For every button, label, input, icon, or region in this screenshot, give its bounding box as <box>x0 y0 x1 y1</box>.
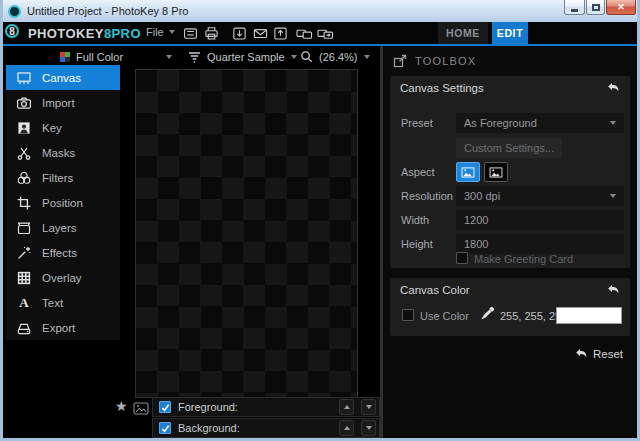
toolbox-title: TOOLBOX <box>415 55 476 67</box>
sidebar-item-canvas[interactable]: Canvas <box>6 65 120 90</box>
section-reset-icon[interactable] <box>606 82 620 94</box>
thumbnail-image-icon[interactable] <box>133 402 149 415</box>
app-icon <box>8 5 21 18</box>
sidebar-item-effects[interactable]: Effects <box>6 240 120 265</box>
zoom-dropdown[interactable]: (26.4%) <box>295 48 375 65</box>
wand-icon <box>6 245 42 261</box>
sample-quality-icon <box>188 51 201 63</box>
greeting-card-label: Make Greeting Card <box>474 253 573 265</box>
height-input[interactable] <box>464 238 616 250</box>
background-move-up-button[interactable] <box>339 420 354 436</box>
foreground-layer-row[interactable]: Foreground: <box>152 397 380 417</box>
sidebar-item-key[interactable]: Key <box>6 115 120 140</box>
use-color-checkbox[interactable] <box>402 309 414 321</box>
window-title: Untitled Project - PhotoKey 8 Pro <box>27 5 188 17</box>
camera-icon <box>6 95 42 111</box>
favorite-star-icon[interactable]: ★ <box>115 399 128 413</box>
logo-icon: 8 <box>5 24 19 38</box>
sidebar-item-layers[interactable]: Layers <box>6 215 120 240</box>
save-icon[interactable] <box>182 25 198 41</box>
reset-button[interactable]: Reset <box>574 348 623 360</box>
section-reset-icon[interactable] <box>606 284 620 296</box>
close-button[interactable]: ✕ <box>606 0 636 15</box>
full-color-icon <box>60 52 70 62</box>
sidebar-item-text[interactable]: A Text <box>6 290 120 315</box>
resolution-label: Resolution <box>401 190 453 202</box>
preset-dropdown[interactable]: As Foreground <box>456 113 624 133</box>
width-field-wrap <box>456 210 624 230</box>
use-color-label: Use Color <box>420 310 469 322</box>
maximize-button[interactable] <box>586 0 605 15</box>
tab-home[interactable]: HOME <box>438 22 488 44</box>
aspect-portrait-button[interactable] <box>456 162 480 182</box>
layers-icon <box>6 220 42 236</box>
sidebar-item-masks[interactable]: Masks <box>6 140 120 165</box>
scissors-icon <box>6 145 42 161</box>
popout-icon[interactable] <box>393 54 407 68</box>
chevron-down-icon <box>166 55 172 59</box>
app-window: Untitled Project - PhotoKey 8 Pro ✕ 8 PH… <box>0 0 640 441</box>
grid-icon <box>6 270 42 286</box>
canvas-icon <box>6 70 42 86</box>
section-title: Canvas Settings <box>400 82 484 94</box>
sample-mode-dropdown[interactable]: Quarter Sample <box>183 48 293 65</box>
chevron-down-icon <box>364 55 370 59</box>
chevron-down-icon <box>610 194 616 198</box>
magnifier-icon <box>300 50 313 63</box>
sidebar-item-import[interactable]: Import <box>6 90 120 115</box>
height-label: Height <box>401 238 433 250</box>
foreground-checkbox[interactable] <box>159 401 171 413</box>
foreground-move-down-button[interactable] <box>361 399 376 415</box>
background-checkbox[interactable] <box>159 422 171 434</box>
chevron-down-icon <box>610 121 616 125</box>
venn-icon <box>6 170 42 186</box>
crop-icon <box>6 195 42 211</box>
download-icon[interactable] <box>231 25 247 41</box>
section-title: Canvas Color <box>400 284 470 296</box>
aspect-landscape-button[interactable] <box>484 162 508 182</box>
tab-edit[interactable]: EDIT <box>492 22 528 44</box>
sidebar-item-position[interactable]: Position <box>6 190 120 215</box>
height-field-wrap <box>456 234 624 254</box>
sidebar-item-filters[interactable]: Filters <box>6 165 120 190</box>
width-label: Width <box>401 214 429 226</box>
aspect-label: Aspect <box>401 166 435 178</box>
greeting-card-checkbox[interactable] <box>456 252 468 264</box>
content-area: Full Color Quarter Sample (26.4%) <box>3 46 637 438</box>
monitor-send-icon[interactable] <box>316 25 334 41</box>
sidebar-item-overlay[interactable]: Overlay <box>6 265 120 290</box>
title-bar[interactable]: Untitled Project - PhotoKey 8 Pro ✕ <box>0 0 640 22</box>
file-menu[interactable]: File <box>146 26 175 38</box>
tool-sidebar: Canvas Import Key <box>6 65 120 340</box>
canvas-workspace[interactable] <box>135 69 358 398</box>
upload-icon[interactable] <box>272 25 288 41</box>
color-swatch[interactable] <box>556 307 622 324</box>
portrait-icon <box>6 120 42 136</box>
print-icon[interactable] <box>203 25 219 41</box>
custom-settings-button[interactable]: Custom Settings... <box>456 138 562 158</box>
dual-monitor-icon[interactable] <box>295 25 313 41</box>
foreground-move-up-button[interactable] <box>339 399 354 415</box>
canvas-settings-section: Canvas Settings Preset As Foreground Cus… <box>390 76 630 268</box>
mail-icon[interactable] <box>252 25 268 41</box>
canvas-color-section: Canvas Color Use Color 255, 255, 255 <box>390 278 630 336</box>
minimize-button[interactable] <box>564 0 585 15</box>
drive-icon <box>6 320 42 336</box>
sidebar-item-export[interactable]: Export <box>6 315 120 340</box>
width-input[interactable] <box>464 214 616 226</box>
preset-label: Preset <box>401 117 433 129</box>
background-layer-row[interactable]: Background: <box>152 418 380 438</box>
brand-logo: PHOTOKEY8PRO <box>28 26 141 41</box>
toolbox-panel: TOOLBOX Canvas Settings Preset As Foregr… <box>383 46 637 438</box>
letter-a-icon: A <box>6 295 42 311</box>
main-toolbar: 8 PHOTOKEY8PRO File <box>0 22 640 44</box>
eyedropper-icon[interactable] <box>480 306 495 321</box>
background-move-down-button[interactable] <box>361 420 376 436</box>
color-mode-dropdown[interactable]: Full Color <box>55 48 177 65</box>
resolution-dropdown[interactable]: 300 dpi <box>456 186 624 206</box>
